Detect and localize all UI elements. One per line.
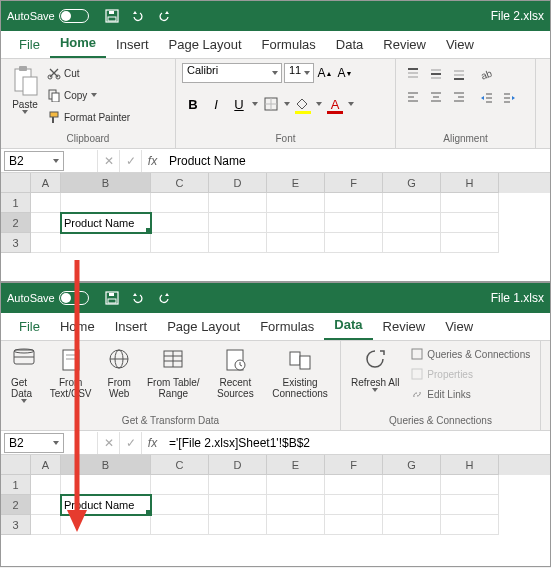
cell[interactable] <box>267 233 325 253</box>
decrease-font-icon[interactable]: A▼ <box>336 64 354 82</box>
cell[interactable] <box>61 193 151 213</box>
cell[interactable] <box>267 495 325 515</box>
cell[interactable] <box>31 495 61 515</box>
cell[interactable] <box>61 233 151 253</box>
cancel-formula-icon[interactable]: ✕ <box>97 432 119 454</box>
col-header-a[interactable]: A <box>31 173 61 193</box>
copy-button[interactable]: Copy <box>47 85 130 105</box>
col-header-c[interactable]: C <box>151 455 209 475</box>
align-bottom-button[interactable] <box>448 63 470 85</box>
increase-font-icon[interactable]: A▲ <box>316 64 334 82</box>
font-size-select[interactable]: 11 <box>284 63 314 83</box>
tab-review[interactable]: Review <box>373 32 436 58</box>
font-name-select[interactable]: Calibri <box>182 63 282 83</box>
row-header-1[interactable]: 1 <box>1 193 31 213</box>
cell[interactable] <box>267 193 325 213</box>
tab-formulas[interactable]: Formulas <box>250 314 324 340</box>
cell[interactable] <box>31 515 61 535</box>
autosave-toggle[interactable] <box>59 291 89 305</box>
cancel-formula-icon[interactable]: ✕ <box>97 150 119 172</box>
align-top-button[interactable] <box>402 63 424 85</box>
italic-button[interactable]: I <box>205 93 227 115</box>
save-icon[interactable] <box>103 289 121 307</box>
cell[interactable] <box>267 515 325 535</box>
tab-file[interactable]: File <box>9 314 50 340</box>
cell[interactable] <box>61 475 151 495</box>
col-header-c[interactable]: C <box>151 173 209 193</box>
accept-formula-icon[interactable]: ✓ <box>119 432 141 454</box>
formula-input[interactable]: Product Name <box>163 154 550 168</box>
cell[interactable] <box>325 495 383 515</box>
recent-sources-button[interactable]: Recent Sources <box>209 345 263 401</box>
cell[interactable] <box>441 515 499 535</box>
cell[interactable] <box>151 233 209 253</box>
increase-indent-button[interactable] <box>498 87 520 109</box>
name-box[interactable]: B2 <box>4 151 64 171</box>
cell[interactable] <box>31 475 61 495</box>
tab-view[interactable]: View <box>436 32 484 58</box>
col-header-g[interactable]: G <box>383 455 441 475</box>
tab-formulas[interactable]: Formulas <box>252 32 326 58</box>
select-all-corner[interactable] <box>1 455 31 475</box>
cell[interactable] <box>151 515 209 535</box>
underline-button[interactable]: U <box>228 93 250 115</box>
col-header-h[interactable]: H <box>441 173 499 193</box>
cell[interactable] <box>383 475 441 495</box>
row-header-2[interactable]: 2 <box>1 213 31 233</box>
cell[interactable] <box>325 193 383 213</box>
align-center-button[interactable] <box>425 86 447 108</box>
cell[interactable] <box>151 475 209 495</box>
col-header-d[interactable]: D <box>209 455 267 475</box>
decrease-indent-button[interactable] <box>476 87 498 109</box>
name-box[interactable]: B2 <box>4 433 64 453</box>
get-data-button[interactable]: Get Data <box>7 345 41 405</box>
col-header-h[interactable]: H <box>441 455 499 475</box>
cell[interactable] <box>325 475 383 495</box>
cell[interactable] <box>209 495 267 515</box>
tab-file[interactable]: File <box>9 32 50 58</box>
format-painter-button[interactable]: Format Painter <box>47 107 130 127</box>
cell[interactable] <box>441 233 499 253</box>
cell[interactable] <box>383 515 441 535</box>
existing-connections-button[interactable]: Existing Connections <box>266 345 334 401</box>
cell[interactable] <box>441 475 499 495</box>
select-all-corner[interactable] <box>1 173 31 193</box>
cell[interactable] <box>383 495 441 515</box>
tab-insert[interactable]: Insert <box>106 32 159 58</box>
fx-icon[interactable]: fx <box>141 150 163 172</box>
edit-links-button[interactable]: Edit Links <box>411 385 530 403</box>
align-right-button[interactable] <box>448 86 470 108</box>
row-header-2[interactable]: 2 <box>1 495 31 515</box>
cell[interactable] <box>151 495 209 515</box>
col-header-f[interactable]: F <box>325 455 383 475</box>
tab-data[interactable]: Data <box>324 312 372 340</box>
from-web-button[interactable]: From Web <box>100 345 138 401</box>
bold-button[interactable]: B <box>182 93 204 115</box>
tab-home[interactable]: Home <box>50 30 106 58</box>
cell[interactable] <box>31 233 61 253</box>
cell[interactable] <box>31 213 61 233</box>
cell[interactable] <box>209 213 267 233</box>
orientation-button[interactable]: ab <box>476 63 498 85</box>
accept-formula-icon[interactable]: ✓ <box>119 150 141 172</box>
borders-button[interactable] <box>260 93 282 115</box>
cell[interactable] <box>441 495 499 515</box>
cell[interactable] <box>267 213 325 233</box>
cell[interactable] <box>61 515 151 535</box>
cell[interactable] <box>267 475 325 495</box>
cell-b2[interactable]: Product Name <box>61 213 151 233</box>
cell[interactable] <box>325 213 383 233</box>
tab-data[interactable]: Data <box>326 32 373 58</box>
tab-insert[interactable]: Insert <box>105 314 158 340</box>
align-left-button[interactable] <box>402 86 424 108</box>
cell[interactable] <box>209 193 267 213</box>
fx-icon[interactable]: fx <box>141 432 163 454</box>
col-header-g[interactable]: G <box>383 173 441 193</box>
cell[interactable] <box>325 233 383 253</box>
tab-page-layout[interactable]: Page Layout <box>159 32 252 58</box>
col-header-b[interactable]: B <box>61 173 151 193</box>
cell[interactable] <box>383 233 441 253</box>
tab-review[interactable]: Review <box>373 314 436 340</box>
from-textcsv-button[interactable]: From Text/CSV <box>45 345 96 401</box>
cell[interactable] <box>383 213 441 233</box>
